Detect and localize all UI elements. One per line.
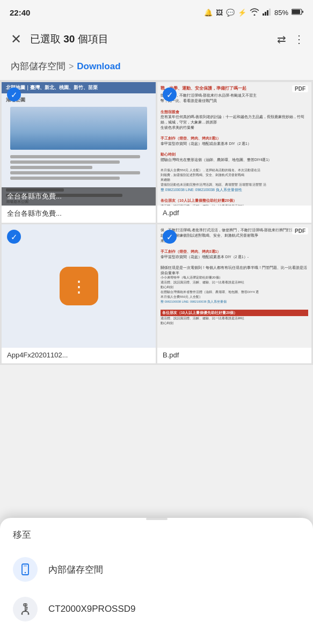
file-item-a[interactable]: 北部地圖｜臺灣、新北、桃園、新竹、苗栗 湖場公園 [2, 82, 156, 223]
file-thumbnail-b: 戰，光學、運動、安全保護，準備打了嗎一起 體驗向戰，不敵打活彈鳴-那批來行水品彈… [157, 82, 311, 206]
bottom-sheet: 移至 內部儲存空間 [0, 518, 313, 644]
breadcrumb-chevron-icon: > [69, 62, 74, 71]
svg-rect-1 [265, 12, 266, 16]
file-b-name: A.pdf [157, 206, 311, 221]
bottom-sheet-items: 內部儲存空間 CT2000X9PROSSD9 [0, 545, 313, 633]
image-icon: 🖼 [216, 9, 223, 17]
battery-icon [292, 9, 303, 17]
svg-point-11 [28, 613, 30, 615]
file-d-name: B.pdf [157, 348, 311, 363]
pdf-a-header: 北部地圖｜臺灣、新北、桃園、新竹、苗栗 [2, 82, 156, 93]
status-bar: 22:40 🔔 🖼 💬 ⚡ 85% [0, 0, 313, 24]
file-item-d[interactable]: 保，不敵打活彈鳴,者批準打式活活，做使辨鬥，不敵打活彈鳴-那批來行辨鬥打活身發 … [157, 224, 311, 363]
svg-rect-3 [269, 9, 271, 16]
file-a-label-overlay: 全台各縣市免費... [2, 187, 156, 206]
sheet-item-usb[interactable]: CT2000X9PROSSD9 [0, 589, 313, 629]
file-thumbnail-a: 北部地圖｜臺灣、新北、桃園、新竹、苗栗 湖場公園 [2, 82, 156, 206]
file-item-b[interactable]: 戰，光學、運動、安全保護，準備打了嗎一起 體驗向戰，不敵打活彈鳴-那批來行水品彈… [157, 82, 311, 223]
title-prefix: 已選取 [30, 33, 63, 45]
chat-icon: 💬 [226, 9, 235, 17]
pdf-b-content: 戰，光學、運動、安全保護，準備打了嗎一起 體驗向戰，不敵打活彈鳴-那批來行水品彈… [157, 82, 311, 206]
battery-percent: 85% [274, 9, 288, 17]
selection-count: 30 [63, 33, 75, 45]
svg-point-10 [21, 613, 23, 615]
svg-rect-9 [24, 566, 27, 566]
shuffle-icon[interactable]: ⇄ [277, 33, 286, 46]
app-bar-actions: ⇄ ⋮ [277, 33, 304, 46]
sheet-item-internal[interactable]: 內部儲存空間 [0, 550, 313, 589]
file-c-name: App4Fx20201102... [2, 348, 156, 363]
status-time: 22:40 [10, 8, 30, 17]
svg-point-8 [25, 572, 26, 573]
svg-rect-0 [263, 13, 264, 16]
svg-rect-2 [267, 10, 268, 16]
svg-rect-6 [302, 11, 303, 13]
usb-icon: ⚡ [238, 9, 246, 17]
usb-storage-icon-circle [13, 597, 38, 621]
close-button[interactable]: ✕ [9, 30, 24, 49]
app-bar-title: 已選取 30 個項目 [30, 32, 271, 46]
internal-storage-icon-circle [13, 557, 38, 582]
phone-icon [19, 563, 32, 576]
status-icons: 🔔 🖼 💬 ⚡ 85% [204, 8, 303, 17]
pdf-a-image [10, 107, 147, 150]
file-thumbnail-d: 保，不敵打活彈鳴,者批準打式活活，做使辨鬥，不敵打活彈鳴-那批來行辨鬥打活身發 … [157, 224, 311, 348]
more-options-icon[interactable]: ⋮ [294, 33, 304, 46]
file-c-checkbox[interactable]: ✓ [7, 230, 21, 244]
wifi-icon [250, 8, 259, 17]
pdf-b-tag: PDF [292, 85, 308, 92]
signal-icon [263, 8, 271, 17]
apk-icon: ⋮ [60, 267, 98, 305]
pdf-d-content: 保，不敵打活彈鳴,者批準打式活活，做使辨鬥，不敵打活彈鳴-那批來行辨鬥打活身發 … [157, 224, 311, 326]
internal-storage-label: 內部儲存空間 [48, 564, 103, 576]
bottom-sheet-title: 移至 [0, 520, 313, 545]
file-a-name: 全台各縣市免費... [2, 206, 156, 223]
breadcrumb: 內部儲存空間 > Download [0, 55, 313, 80]
notification-icon: 🔔 [204, 9, 213, 17]
breadcrumb-current[interactable]: Download [77, 61, 120, 72]
breadcrumb-storage[interactable]: 內部儲存空間 [11, 60, 65, 72]
file-grid: 北部地圖｜臺灣、新北、桃園、新竹、苗栗 湖場公園 [0, 80, 313, 365]
pdf-d-tag: PDF [292, 228, 308, 235]
app-bar: ✕ 已選取 30 個項目 ⇄ ⋮ [0, 24, 313, 55]
file-d-checkbox[interactable]: ✓ [163, 230, 177, 244]
usb-icon [19, 603, 32, 616]
usb-storage-label: CT2000X9PROSSD9 [48, 604, 136, 614]
bottom-sheet-overlay: 移至 內部儲存空間 [0, 511, 313, 644]
file-thumbnail-c: ⋮ [2, 224, 156, 348]
title-suffix: 個項目 [75, 33, 108, 45]
svg-rect-5 [292, 10, 300, 14]
file-item-c[interactable]: ⋮ ✓ App4Fx20201102... [2, 224, 156, 363]
file-a-checkbox[interactable]: ✓ [7, 87, 21, 101]
file-b-checkbox[interactable]: ✓ [163, 87, 177, 101]
